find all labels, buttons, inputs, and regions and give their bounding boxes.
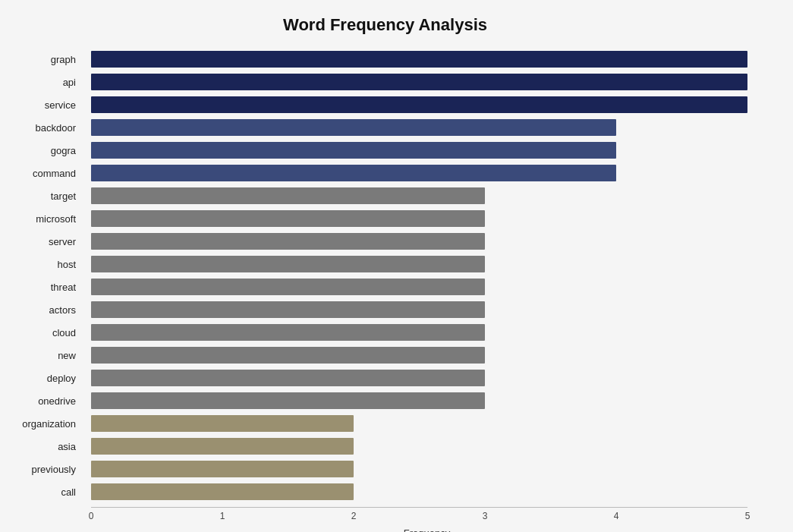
x-tick: 3 <box>483 511 488 521</box>
bar <box>91 187 485 204</box>
bar-wrapper <box>91 94 747 115</box>
bar-label: deploy <box>0 373 83 384</box>
bar-row: organization <box>91 413 747 434</box>
bar <box>91 392 485 409</box>
chart-area: graphapiservicebackdoorgogracommandtarge… <box>91 49 747 504</box>
bar-label: previously <box>0 464 83 475</box>
bar-row: actors <box>91 299 747 320</box>
bar-row: call <box>91 481 747 502</box>
bar-label: server <box>0 236 83 247</box>
bar-wrapper <box>91 367 747 389</box>
bar <box>91 210 485 227</box>
x-tick: 5 <box>745 511 751 521</box>
bar-row: graph <box>91 49 747 70</box>
bar-wrapper <box>91 208 747 229</box>
bar-wrapper <box>91 481 747 502</box>
bar-wrapper <box>91 458 747 480</box>
bar-label: onedrive <box>0 395 83 407</box>
bar-wrapper <box>91 322 747 343</box>
bar <box>91 74 747 90</box>
bar-wrapper <box>91 390 747 411</box>
x-tick: 0 <box>89 511 94 521</box>
bar-label: gogra <box>0 145 83 156</box>
bar-wrapper <box>91 231 747 252</box>
bar <box>91 96 747 113</box>
bar-wrapper <box>91 299 747 320</box>
bar-wrapper <box>91 276 747 297</box>
bar-label: cloud <box>0 327 83 338</box>
bar <box>91 370 485 386</box>
bar-label: microsoft <box>0 213 83 225</box>
x-axis: 012345 <box>91 507 747 514</box>
bar-label: actors <box>0 304 83 316</box>
bar-label: graph <box>0 54 83 65</box>
bar-row: asia <box>91 436 747 457</box>
bar-row: previously <box>91 458 747 480</box>
bar <box>91 461 354 477</box>
bar <box>91 301 485 318</box>
bar-label: organization <box>0 418 83 430</box>
bar-label: asia <box>0 441 83 452</box>
bar-row: onedrive <box>91 390 747 411</box>
bar-wrapper <box>91 162 747 184</box>
bar-label: threat <box>0 282 83 293</box>
bar-label: call <box>0 486 83 498</box>
bar-wrapper <box>91 71 747 93</box>
bar-label: api <box>0 77 83 88</box>
x-tick: 4 <box>614 511 619 521</box>
bar-row: gogra <box>91 140 747 161</box>
bar <box>91 51 747 68</box>
bar <box>91 483 354 500</box>
bar <box>91 142 616 159</box>
bar-row: new <box>91 345 747 366</box>
bar <box>91 165 616 181</box>
bar-row: backdoor <box>91 117 747 138</box>
bar-label: service <box>0 99 83 111</box>
bar-row: threat <box>91 276 747 297</box>
x-tick: 1 <box>220 511 225 521</box>
chart-title: Word Frequency Analysis <box>8 15 763 35</box>
bar-wrapper <box>91 413 747 434</box>
bar-wrapper <box>91 436 747 457</box>
x-axis-label: Frequency <box>91 527 763 532</box>
bar-row: microsoft <box>91 208 747 229</box>
bar-row: target <box>91 185 747 206</box>
bar <box>91 347 485 364</box>
chart-container: Word Frequency Analysis graphapiserviceb… <box>0 0 793 532</box>
bar <box>91 279 485 295</box>
bar-row: service <box>91 94 747 115</box>
bar-row: cloud <box>91 322 747 343</box>
bar <box>91 256 485 272</box>
x-tick: 2 <box>351 511 357 521</box>
x-axis-line <box>91 508 747 514</box>
bar <box>91 324 485 341</box>
bar-wrapper <box>91 345 747 366</box>
bar-label: target <box>0 190 83 202</box>
bar-wrapper <box>91 49 747 70</box>
bar-wrapper <box>91 140 747 161</box>
bar-row: host <box>91 253 747 275</box>
bar-label: new <box>0 350 83 361</box>
bar-label: host <box>0 259 83 270</box>
bar-row: deploy <box>91 367 747 389</box>
bar <box>91 119 616 136</box>
bar-row: server <box>91 231 747 252</box>
bar-row: api <box>91 71 747 93</box>
bar-row: command <box>91 162 747 184</box>
bar-label: backdoor <box>0 122 83 134</box>
bar <box>91 415 354 432</box>
bar-wrapper <box>91 117 747 138</box>
bar-wrapper <box>91 185 747 206</box>
bar-wrapper <box>91 253 747 275</box>
bar <box>91 233 485 250</box>
bar <box>91 438 354 455</box>
bar-label: command <box>0 168 83 179</box>
